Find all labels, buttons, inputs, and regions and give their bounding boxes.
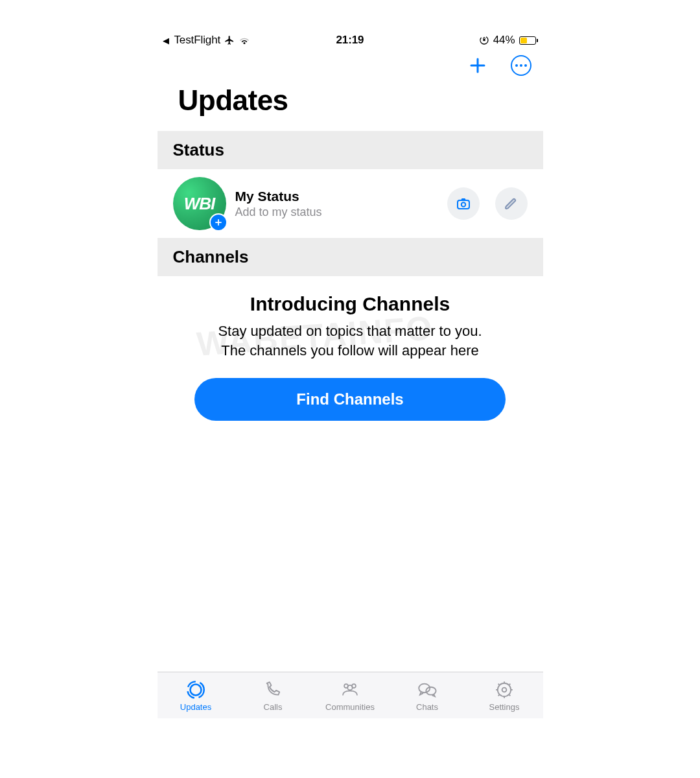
svg-point-3 bbox=[461, 202, 465, 206]
pencil-icon bbox=[504, 196, 519, 211]
page-title: Updates bbox=[158, 82, 543, 131]
section-header-status: Status bbox=[158, 131, 543, 169]
more-icon bbox=[511, 55, 531, 76]
tab-bar: Updates Calls Communities Chats bbox=[158, 672, 543, 718]
find-channels-button[interactable]: Find Channels bbox=[194, 378, 506, 421]
battery-percentage: 44% bbox=[493, 34, 515, 47]
tab-calls[interactable]: Calls bbox=[235, 672, 312, 718]
section-header-channels: Channels bbox=[158, 238, 543, 276]
new-status-button[interactable] bbox=[468, 56, 487, 75]
avatar[interactable]: WBI bbox=[173, 177, 226, 230]
chats-icon bbox=[415, 679, 439, 701]
channels-promo-title: Introducing Channels bbox=[180, 293, 521, 315]
camera-status-button[interactable] bbox=[447, 187, 480, 220]
channels-promo-line2: The channels you follow will appear here bbox=[180, 341, 521, 360]
svg-point-12 bbox=[502, 688, 507, 692]
my-status-title: My Status bbox=[235, 189, 438, 204]
ios-status-bar: ◀ TestFlight 21:19 44% bbox=[158, 31, 543, 49]
svg-point-8 bbox=[347, 685, 353, 690]
tab-updates[interactable]: Updates bbox=[158, 672, 235, 718]
tab-label: Updates bbox=[180, 702, 211, 712]
svg-rect-1 bbox=[483, 39, 485, 41]
tab-communities[interactable]: Communities bbox=[312, 672, 389, 718]
wifi-icon bbox=[239, 36, 250, 45]
top-action-row bbox=[158, 49, 543, 82]
svg-point-11 bbox=[498, 683, 511, 696]
gear-icon bbox=[493, 679, 516, 701]
my-status-row[interactable]: WBI My Status Add to my status bbox=[158, 169, 543, 238]
svg-rect-2 bbox=[458, 200, 469, 209]
channels-empty-state: Introducing Channels Stay updated on top… bbox=[158, 276, 543, 421]
orientation-lock-icon bbox=[479, 35, 489, 45]
tab-chats[interactable]: Chats bbox=[389, 672, 466, 718]
tab-label: Settings bbox=[489, 702, 520, 712]
back-chevron-icon[interactable]: ◀ bbox=[163, 36, 169, 45]
camera-icon bbox=[456, 196, 471, 211]
svg-point-4 bbox=[191, 685, 202, 696]
airplane-mode-icon bbox=[224, 35, 235, 45]
tab-label: Communities bbox=[325, 702, 375, 712]
my-status-subtitle: Add to my status bbox=[235, 206, 438, 219]
tab-label: Chats bbox=[416, 702, 438, 712]
tab-settings[interactable]: Settings bbox=[466, 672, 543, 718]
back-to-app-label[interactable]: TestFlight bbox=[174, 34, 220, 47]
add-status-badge bbox=[209, 213, 228, 231]
battery-icon bbox=[519, 36, 538, 45]
more-options-button[interactable] bbox=[511, 55, 531, 76]
phone-icon bbox=[261, 679, 285, 701]
svg-point-10 bbox=[426, 687, 436, 695]
channels-promo-line1: Stay updated on topics that matter to yo… bbox=[180, 322, 521, 341]
tab-label: Calls bbox=[264, 702, 283, 712]
communities-icon bbox=[338, 679, 362, 701]
text-status-button[interactable] bbox=[495, 187, 528, 220]
updates-tab-icon bbox=[184, 679, 207, 701]
phone-frame: ◀ TestFlight 21:19 44% U bbox=[158, 31, 543, 718]
